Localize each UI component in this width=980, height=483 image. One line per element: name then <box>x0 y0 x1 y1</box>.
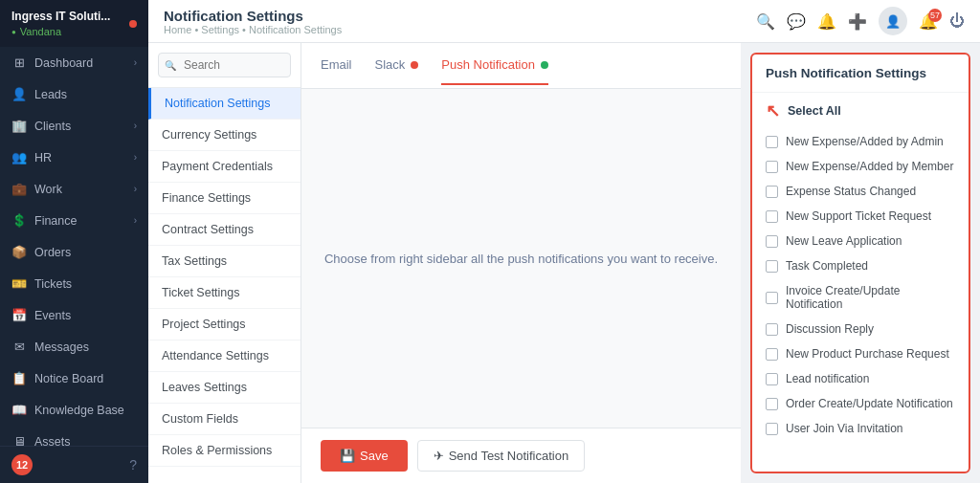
tab-push-label: Push Notification <box>441 57 535 72</box>
checkbox-input[interactable] <box>766 161 778 173</box>
sidebar-item-noticeboard[interactable]: 📋 Notice Board <box>0 362 148 394</box>
select-all-row[interactable]: ↖ Select All <box>752 93 969 129</box>
clients-icon: 🏢 <box>11 119 27 133</box>
sidebar-item-hr[interactable]: 👥 HR › <box>0 142 148 173</box>
checkbox-leave[interactable]: New Leave Application <box>752 229 969 253</box>
tab-email[interactable]: Email <box>321 46 352 85</box>
sidebar-item-clients[interactable]: 🏢 Clients › <box>0 110 148 142</box>
checkbox-input[interactable] <box>766 292 778 304</box>
nav-item-roles[interactable]: Roles & Permissions <box>148 435 301 467</box>
center-info: Choose from right sidebar all the push n… <box>301 89 741 428</box>
dashboard-icon: ⊞ <box>11 55 27 70</box>
chevron-icon: › <box>134 57 137 68</box>
checkbox-order[interactable]: Order Create/Update Notification <box>752 391 969 416</box>
sidebar-item-events[interactable]: 📅 Events <box>0 299 148 331</box>
checkbox-label: New Product Purchase Request <box>786 347 949 361</box>
sidebar-item-messages[interactable]: ✉ Messages <box>0 331 148 362</box>
search-input[interactable] <box>158 53 291 77</box>
checkbox-product-purchase[interactable]: New Product Purchase Request <box>752 341 969 366</box>
checkbox-lead-notification[interactable]: Lead notification <box>752 366 969 391</box>
checkbox-input[interactable] <box>766 323 778 336</box>
checkbox-input[interactable] <box>766 210 778 223</box>
checkbox-label: Discussion Reply <box>786 322 874 336</box>
bottom-actions: 💾 Save ✈ Send Test Notification <box>301 428 741 483</box>
checkbox-input[interactable] <box>766 348 778 361</box>
tab-slack[interactable]: Slack <box>375 46 419 85</box>
sidebar-label-noticeboard: Notice Board <box>34 372 103 385</box>
checkbox-support-ticket[interactable]: New Support Ticket Request <box>752 204 969 229</box>
send-test-label: Send Test Notification <box>449 449 569 463</box>
checkbox-input[interactable] <box>766 423 778 435</box>
checkbox-input[interactable] <box>766 186 778 198</box>
sidebar-status-dot <box>129 20 137 28</box>
send-icon: ✈ <box>434 449 444 463</box>
sidebar-item-dashboard[interactable]: ⊞ Dashboard › <box>0 47 148 78</box>
events-icon: 📅 <box>11 308 27 322</box>
nav-item-payment[interactable]: Payment Credentials <box>148 151 301 183</box>
checkbox-expense-member[interactable]: New Expense/Added by Member <box>752 154 969 179</box>
center-panel: Email Slack Push Notification Choose fro… <box>301 43 741 483</box>
checkbox-input[interactable] <box>766 398 778 410</box>
sidebar-item-knowledge[interactable]: 📖 Knowledge Base <box>0 394 148 426</box>
checkbox-invoice[interactable]: Invoice Create/Update Notification <box>752 278 969 317</box>
sidebar-nav: ⊞ Dashboard › 👤 Leads 🏢 Clients › 👥 HR › <box>0 47 148 446</box>
search-icon[interactable]: 🔍 <box>756 12 775 31</box>
nav-item-ticket[interactable]: Ticket Settings <box>148 277 301 309</box>
sidebar: Ingress IT Soluti... Vandana ⊞ Dashboard… <box>0 0 148 483</box>
sidebar-item-tickets[interactable]: 🎫 Tickets <box>0 268 148 299</box>
cursor-icon: ↖ <box>766 100 780 121</box>
sidebar-item-leads[interactable]: 👤 Leads <box>0 78 148 110</box>
tabs-bar: Email Slack Push Notification <box>301 43 741 89</box>
checkbox-task-completed[interactable]: Task Completed <box>752 253 969 278</box>
sidebar-item-work[interactable]: 💼 Work › <box>0 173 148 205</box>
chevron-icon: › <box>134 121 137 131</box>
nav-item-custom-fields[interactable]: Custom Fields <box>148 404 301 435</box>
sidebar-label-hr: HR <box>34 151 52 165</box>
chevron-icon: › <box>134 215 137 226</box>
checkbox-expense-status[interactable]: Expense Status Changed <box>752 179 969 204</box>
leads-icon: 👤 <box>11 87 27 101</box>
nav-item-contract[interactable]: Contract Settings <box>148 214 301 246</box>
tickets-icon: 🎫 <box>11 276 27 291</box>
sidebar-label-messages: Messages <box>34 340 89 354</box>
nav-item-project[interactable]: Project Settings <box>148 309 301 340</box>
nav-item-finance[interactable]: Finance Settings <box>148 183 301 214</box>
sidebar-label-assets: Assets <box>34 435 71 446</box>
checkbox-label: Task Completed <box>786 259 868 273</box>
help-icon[interactable]: ? <box>129 457 137 472</box>
save-icon: 💾 <box>340 449 355 463</box>
checkbox-discussion[interactable]: Discussion Reply <box>752 317 969 341</box>
hr-icon: 👥 <box>11 150 27 165</box>
nav-item-currency[interactable]: Currency Settings <box>148 120 301 151</box>
save-button[interactable]: 💾 Save <box>321 440 408 472</box>
nav-item-leaves[interactable]: Leaves Settings <box>148 372 301 404</box>
send-test-button[interactable]: ✈ Send Test Notification <box>417 440 586 472</box>
tab-slack-label: Slack <box>375 57 406 72</box>
checkbox-input[interactable] <box>766 373 778 385</box>
sidebar-item-assets[interactable]: 🖥 Assets <box>0 426 148 446</box>
push-dot <box>541 61 548 69</box>
nav-item-tax[interactable]: Tax Settings <box>148 246 301 277</box>
checkbox-label: Lead notification <box>786 372 869 385</box>
checkbox-input[interactable] <box>766 260 778 273</box>
avatar[interactable]: 👤 <box>879 7 907 35</box>
orders-icon: 📦 <box>11 245 27 259</box>
power-icon[interactable]: ⏻ <box>949 12 965 30</box>
checkbox-input[interactable] <box>766 235 778 248</box>
sidebar-item-orders[interactable]: 📦 Orders <box>0 236 148 268</box>
tab-push[interactable]: Push Notification <box>441 46 548 85</box>
sidebar-label-dashboard: Dashboard <box>34 56 93 70</box>
nav-item-attendance[interactable]: Attendance Settings <box>148 340 301 372</box>
sidebar-item-finance[interactable]: 💲 Finance › <box>0 205 148 236</box>
bell-icon[interactable]: 🔔 <box>817 12 836 31</box>
right-panel: Push Notification Settings ↖ Select All … <box>750 53 970 473</box>
nav-item-notification-settings[interactable]: Notification Settings <box>148 88 301 120</box>
checkbox-input[interactable] <box>766 136 778 148</box>
add-icon[interactable]: ➕ <box>848 12 867 31</box>
checkbox-expense-admin[interactable]: New Expense/Added by Admin <box>752 129 969 154</box>
sidebar-footer: 12 ? <box>0 446 148 483</box>
checkbox-user-join[interactable]: User Join Via Invitation <box>752 416 969 441</box>
save-label: Save <box>360 449 389 463</box>
chat-icon[interactable]: 💬 <box>787 12 806 31</box>
checkbox-label: Invoice Create/Update Notification <box>786 284 955 311</box>
